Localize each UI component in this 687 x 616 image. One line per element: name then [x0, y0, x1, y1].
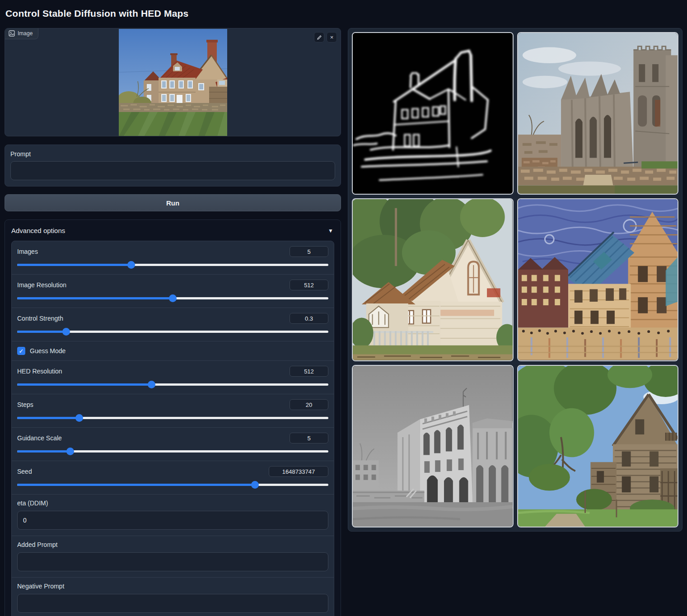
advanced-options-header[interactable]: Advanced options ▼ [5, 220, 341, 241]
edit-image-button[interactable] [314, 32, 324, 42]
guidance-scale-slider-row: Guidance Scale [12, 428, 334, 461]
guess-mode-checkbox[interactable]: ✓ [17, 347, 25, 355]
cathedral-picture [518, 33, 678, 194]
advanced-options-form: Images Image Resolution [11, 241, 334, 616]
control-strength-slider[interactable] [17, 328, 328, 335]
controls-column: Image × [5, 28, 341, 616]
seed-number-input[interactable] [269, 466, 328, 477]
slider-thumb[interactable] [75, 414, 83, 422]
steps-number-input[interactable] [290, 399, 328, 410]
slider-thumb[interactable] [62, 328, 70, 336]
images-slider[interactable] [17, 261, 328, 268]
impressionist-picture [518, 199, 678, 360]
negative-prompt-row: Negative Prompt [12, 578, 334, 616]
run-button[interactable]: Run [5, 194, 341, 211]
gallery-item-hed-map[interactable] [352, 32, 514, 195]
guess-mode-label: Guess Mode [30, 347, 65, 355]
clear-image-button[interactable]: × [327, 32, 337, 42]
image-resolution-number-input[interactable] [290, 280, 328, 290]
bw-building-picture [353, 366, 513, 527]
image-resolution-slider-row: Image Resolution [12, 275, 334, 308]
eta-row: eta (DDIM) [12, 495, 334, 536]
images-number-input[interactable] [290, 246, 328, 257]
close-icon: × [330, 34, 334, 41]
slider-thumb[interactable] [169, 294, 177, 302]
prompt-input[interactable] [10, 161, 335, 180]
advanced-options-accordion: Advanced options ▼ Images Image Resoluti… [5, 219, 341, 616]
added-prompt-row: Added Prompt [12, 536, 334, 578]
uploaded-image-picture [119, 29, 227, 136]
chevron-down-icon: ▼ [328, 228, 333, 234]
guidance-scale-number-input[interactable] [290, 433, 328, 443]
negative-prompt-input[interactable] [17, 594, 328, 613]
cream-house-picture [353, 199, 513, 360]
image-input-component[interactable]: Image × [5, 28, 341, 136]
guess-mode-row: ✓ Guess Mode [12, 341, 334, 361]
gallery-item-cathedral[interactable] [517, 32, 679, 195]
gallery-item-bw-building[interactable] [352, 365, 514, 527]
seed-slider[interactable] [17, 481, 328, 488]
seed-slider-row: Seed [12, 461, 334, 495]
app: Control Stable Diffusion with HED Maps I… [0, 0, 687, 616]
hed-resolution-slider-row: HED Resolution [12, 361, 334, 394]
hed-resolution-number-input[interactable] [290, 366, 328, 377]
steps-slider-row: Steps [12, 394, 334, 428]
page-title: Control Stable Diffusion with HED Maps [5, 5, 682, 28]
eta-input[interactable] [17, 511, 328, 530]
hed-map-picture [353, 33, 513, 194]
pencil-icon [317, 35, 322, 40]
control-strength-slider-row: Control Strength [12, 308, 334, 341]
steps-slider[interactable] [17, 414, 328, 421]
slider-thumb[interactable] [127, 261, 135, 269]
slider-thumb[interactable] [251, 481, 259, 489]
result-gallery [348, 28, 682, 532]
gallery-item-impressionist[interactable] [517, 198, 679, 361]
image-resolution-slider[interactable] [17, 294, 328, 302]
guidance-scale-slider[interactable] [17, 448, 328, 455]
prompt-label: Prompt [10, 150, 335, 158]
prompt-block: Prompt [5, 145, 341, 187]
rustic-house-picture [518, 366, 678, 527]
added-prompt-input[interactable] [17, 552, 328, 571]
hed-resolution-slider[interactable] [17, 381, 328, 388]
image-icon [9, 30, 15, 37]
slider-thumb[interactable] [66, 448, 74, 455]
images-slider-row: Images [12, 241, 334, 275]
image-component-label: Image [5, 28, 38, 39]
uploaded-image[interactable] [119, 29, 227, 136]
slider-thumb[interactable] [148, 381, 155, 388]
gallery-item-rustic-house[interactable] [517, 365, 679, 527]
gallery-item-cream-house[interactable] [352, 198, 514, 361]
control-strength-number-input[interactable] [290, 313, 328, 324]
check-icon: ✓ [19, 348, 24, 355]
